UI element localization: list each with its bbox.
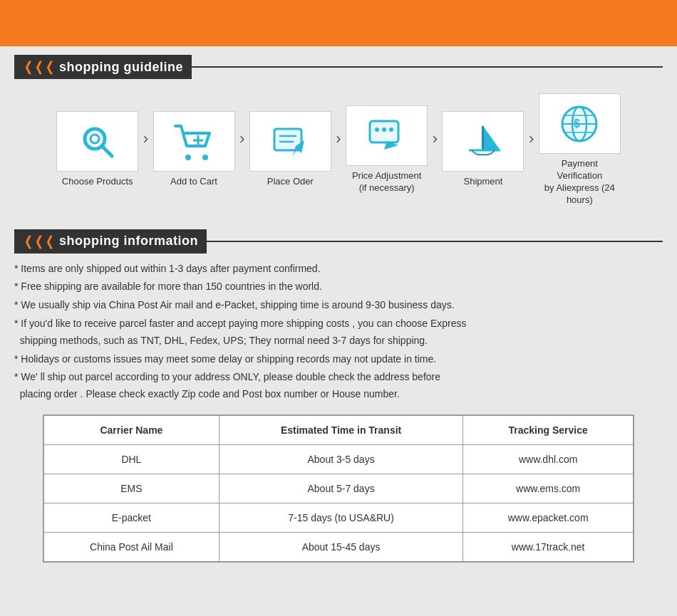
arrow-3: › (336, 130, 341, 148)
step-price-adjustment: Price Adjustment(if necessary) (344, 105, 430, 194)
step-label-price-adjustment: Price Adjustment(if necessary) (352, 170, 422, 194)
carrier-dhl: DHL (44, 444, 219, 474)
svg-point-3 (185, 155, 191, 160)
title-divider-2 (207, 241, 663, 242)
info-line-4: * If you'd like to receive parcel faster… (14, 315, 663, 350)
step-icon-payment-verification: $ (539, 93, 621, 154)
svg-point-11 (375, 127, 379, 132)
info-title: shopping information (59, 234, 198, 249)
step-label-add-to-cart: Add to Cart (170, 176, 217, 188)
svg-point-13 (389, 127, 393, 132)
table-row: DHL About 3-5 days www.dhl.com (44, 444, 634, 474)
step-place-order: Place Oder (247, 111, 333, 188)
info-title-bar: ❬❬❬ shopping information (14, 229, 207, 254)
transit-ems: About 5-7 days (219, 474, 463, 503)
step-label-payment-verification: Payment Verificationby Aliexpress (24 ho… (539, 158, 621, 207)
info-line-2: * Free shipping are available for more t… (14, 278, 663, 296)
step-label-choose-products: Choose Products (62, 176, 133, 188)
orange-header (0, 0, 677, 46)
tracking-dhl: www.dhl.com (463, 444, 634, 474)
tracking-ems: www.ems.com (463, 474, 634, 503)
guideline-title: shopping guideline (59, 60, 183, 75)
col-transit: Estimated Time in Transit (219, 415, 463, 444)
table-row: China Post Ail Mail About 15-45 days www… (44, 532, 634, 561)
step-choose-products: Choose Products (55, 111, 140, 188)
carrier-epacket: E-packet (44, 503, 219, 532)
arrow-1: › (143, 130, 148, 148)
svg-text:$: $ (574, 118, 580, 130)
svg-marker-14 (483, 126, 500, 150)
col-carrier: Carrier Name (44, 415, 219, 444)
steps-container: Choose Products › Add to Cart › Place (0, 86, 677, 221)
step-icon-choose-products (56, 111, 138, 172)
arrow-4: › (433, 130, 438, 148)
tracking-epacket: www.epacket.com (463, 503, 634, 532)
chevron-icon-2: ❬❬❬ (23, 234, 55, 249)
arrow-2: › (239, 130, 244, 148)
step-payment-verification: $ Payment Verificationby Aliexpress (24 … (537, 93, 622, 207)
arrow-5: › (529, 130, 534, 148)
svg-line-2 (102, 146, 112, 156)
table-row: E-packet 7-15 days (to USA&RU) www.epack… (44, 503, 634, 532)
table-row: EMS About 5-7 days www.ems.com (44, 474, 634, 503)
table-header-row: Carrier Name Estimated Time in Transit T… (44, 415, 634, 444)
info-line-1: * Items are only shipped out within 1-3 … (14, 261, 663, 278)
tracking-chinapost: www.17track.net (463, 532, 634, 561)
info-line-6: * We' ll ship out parcel according to yo… (14, 369, 663, 403)
step-label-place-order: Place Oder (267, 176, 314, 188)
title-divider (192, 66, 663, 68)
transit-epacket: 7-15 days (to USA&RU) (219, 503, 463, 532)
step-add-to-cart: Add to Cart (151, 111, 237, 188)
step-icon-place-order (249, 111, 331, 172)
guideline-title-bar: ❬❬❬ shopping guideline (14, 55, 192, 79)
carrier-ems: EMS (44, 474, 219, 503)
svg-point-12 (382, 127, 386, 132)
info-line-3: * We usually ship via China Post Air mai… (14, 297, 663, 314)
transit-dhl: About 3-5 days (219, 444, 463, 474)
carrier-chinapost: China Post Ail Mail (44, 532, 219, 561)
step-icon-shipment (442, 111, 524, 172)
svg-point-1 (91, 135, 99, 143)
step-icon-add-to-cart (153, 111, 235, 172)
col-tracking: Tracking Service (463, 415, 634, 444)
svg-rect-15 (482, 126, 484, 150)
chevron-icon: ❬❬❬ (23, 59, 55, 75)
shipping-table-container: Carrier Name Estimated Time in Transit T… (43, 414, 634, 563)
step-icon-price-adjustment (346, 105, 428, 166)
step-label-shipment: Shipment (464, 176, 503, 188)
svg-point-4 (202, 155, 208, 160)
step-shipment: Shipment (440, 111, 526, 188)
shipping-table: Carrier Name Estimated Time in Transit T… (43, 415, 634, 562)
info-header: ❬❬❬ shopping information (14, 229, 663, 254)
guideline-header: ❬❬❬ shopping guideline (14, 55, 663, 79)
transit-chinapost: About 15-45 days (219, 532, 463, 561)
info-section: * Items are only shipped out within 1-3 … (0, 261, 677, 403)
info-line-5: * Holidays or customs issues may meet so… (14, 351, 663, 368)
